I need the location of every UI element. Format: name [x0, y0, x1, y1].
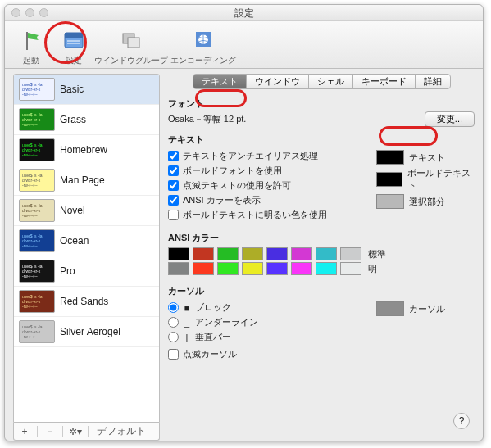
checkbox-label: ボールドフォントを使用 — [183, 165, 282, 177]
svg-text:-rw-r--r--: -rw-r--r-- — [22, 152, 38, 157]
toolbar-startup[interactable]: 起動 — [11, 29, 51, 66]
profile-item[interactable]: user$ ls -ladrwxr-xr-x-rw-r--r--Silver A… — [14, 317, 159, 347]
svg-rect-2 — [65, 33, 83, 38]
tab-4[interactable]: 詳細 — [416, 75, 450, 88]
checkbox-row[interactable]: 点滅テキストの使用を許可 — [168, 179, 368, 192]
ansi-swatch[interactable] — [266, 262, 288, 275]
minimize-icon[interactable] — [25, 8, 34, 17]
cursor-glyph: _ — [183, 318, 191, 328]
checkbox[interactable] — [168, 180, 179, 191]
profile-name: Basic — [60, 84, 84, 95]
ansi-swatch[interactable] — [266, 247, 288, 260]
checkbox-row[interactable]: テキストをアンチエイリアス処理 — [168, 150, 368, 162]
svg-rect-0 — [26, 32, 28, 50]
profile-item[interactable]: user$ ls -ladrwxr-xr-x-rw-r--r--Pro — [14, 256, 159, 287]
ansi-swatch[interactable] — [217, 247, 239, 260]
profile-item[interactable]: user$ ls -ladrwxr-xr-x-rw-r--r--Ocean — [14, 226, 159, 256]
cursor-glyph: ■ — [183, 303, 191, 313]
ansi-swatch[interactable] — [168, 247, 189, 260]
close-icon[interactable] — [11, 8, 20, 17]
cursor-glyph: | — [183, 333, 191, 342]
color-swatch[interactable] — [376, 150, 404, 165]
checkbox[interactable] — [168, 210, 179, 220]
checkbox[interactable] — [168, 165, 179, 176]
color-swatch[interactable] — [376, 172, 402, 187]
titlebar: 設定 — [5, 5, 483, 21]
ansi-swatch[interactable] — [193, 262, 214, 275]
checkbox-label: 点滅テキストの使用を許可 — [183, 179, 291, 192]
gear-menu[interactable]: ✲▾ — [68, 426, 83, 437]
profile-thumb: user$ ls -ladrwxr-xr-x-rw-r--r-- — [19, 290, 55, 313]
profile-name: Red Sands — [60, 296, 108, 307]
remove-button[interactable]: − — [43, 426, 57, 437]
default-button[interactable]: デフォルト — [93, 424, 149, 438]
tab-0[interactable]: テキスト — [193, 75, 247, 88]
radio-row[interactable]: _アンダーライン — [168, 316, 368, 328]
ansi-row-label: 標準 — [368, 248, 386, 260]
ansi-swatch[interactable] — [193, 247, 214, 260]
change-font-button[interactable]: 変更... — [425, 111, 475, 127]
ansi-swatch[interactable] — [217, 262, 239, 275]
profile-item[interactable]: user$ ls -ladrwxr-xr-x-rw-r--r--Homebrew — [14, 135, 159, 165]
ansi-swatch[interactable] — [291, 247, 312, 260]
radio-label: 垂直バー — [195, 331, 231, 343]
ansi-swatch[interactable] — [316, 262, 337, 275]
ansi-swatch[interactable] — [340, 247, 361, 260]
ansi-swatch[interactable] — [242, 247, 263, 260]
radio[interactable] — [168, 317, 179, 328]
section-text: テキスト — [168, 133, 475, 146]
profile-thumb: user$ ls -ladrwxr-xr-x-rw-r--r-- — [19, 320, 55, 343]
globe-icon — [191, 29, 216, 53]
tabs: テキストウインドウシェルキーボード詳細 — [168, 74, 475, 89]
radio[interactable] — [168, 302, 179, 313]
add-button[interactable]: + — [17, 426, 32, 437]
ansi-swatch[interactable] — [291, 262, 312, 275]
profile-list[interactable]: user$ ls -ladrwxr-xr-x-rw-r--r--Basicuse… — [13, 74, 160, 423]
ansi-swatch[interactable] — [168, 262, 189, 275]
profile-name: Grass — [60, 114, 86, 125]
checkbox-row[interactable]: ANSI カラーを表示 — [168, 194, 368, 206]
profile-item[interactable]: user$ ls -ladrwxr-xr-x-rw-r--r--Man Page — [14, 165, 159, 196]
section-font: フォント — [168, 97, 475, 110]
toolbar-label: エンコーディング — [170, 55, 236, 66]
checkbox-label: ANSI カラーを表示 — [183, 194, 261, 206]
zoom-icon[interactable] — [39, 8, 48, 17]
radio-row[interactable]: ■ブロック — [168, 301, 368, 314]
checkbox[interactable] — [168, 195, 179, 206]
ansi-swatch[interactable] — [316, 247, 337, 260]
svg-text:-rw-r--r--: -rw-r--r-- — [22, 92, 38, 97]
checkbox[interactable] — [168, 151, 179, 161]
font-row: Osaka－等幅 12 pt. 変更... — [168, 111, 475, 127]
help-button[interactable]: ? — [453, 413, 470, 429]
tab-1[interactable]: ウインドウ — [247, 75, 309, 88]
svg-text:-rw-r--r--: -rw-r--r-- — [22, 122, 38, 127]
tab-2[interactable]: シェル — [309, 75, 353, 88]
toolbar-encoding[interactable]: エンコーディング — [169, 29, 238, 66]
profile-item[interactable]: user$ ls -ladrwxr-xr-x-rw-r--r--Basic — [14, 75, 159, 105]
profile-item[interactable]: user$ ls -ladrwxr-xr-x-rw-r--r--Novel — [14, 196, 159, 226]
profile-item[interactable]: user$ ls -ladrwxr-xr-x-rw-r--r--Grass — [14, 105, 159, 135]
checkbox-row[interactable]: ボールドテキストに明るい色を使用 — [168, 209, 368, 221]
blink-checkbox-row[interactable]: 点滅カーソル — [168, 348, 368, 360]
ansi-swatch[interactable] — [340, 262, 361, 275]
toolbar-label: 起動 — [23, 55, 39, 66]
svg-text:-rw-r--r--: -rw-r--r-- — [22, 304, 38, 309]
radio[interactable] — [168, 332, 179, 342]
ansi-swatch[interactable] — [242, 262, 263, 275]
color-swatch[interactable] — [376, 194, 404, 209]
profile-name: Novel — [60, 205, 85, 216]
checkbox-label: テキストをアンチエイリアス処理 — [183, 150, 318, 162]
windows-icon — [119, 29, 143, 53]
checkbox[interactable] — [168, 349, 179, 360]
toolbar-settings[interactable]: 設定 — [54, 29, 93, 66]
profile-name: Silver Aerogel — [60, 326, 120, 337]
cursor-color-swatch[interactable] — [376, 301, 404, 316]
radio-row[interactable]: |垂直バー — [168, 331, 368, 343]
profile-thumb: user$ ls -ladrwxr-xr-x-rw-r--r-- — [19, 229, 55, 252]
toolbar-window-group[interactable]: ウインドウグループ — [97, 29, 166, 66]
section-ansi: ANSI カラー — [168, 232, 475, 244]
checkbox-row[interactable]: ボールドフォントを使用 — [168, 165, 368, 177]
swatch-label: テキスト — [409, 152, 445, 164]
profile-item[interactable]: user$ ls -ladrwxr-xr-x-rw-r--r--Red Sand… — [14, 287, 159, 317]
tab-3[interactable]: キーボード — [353, 75, 416, 88]
